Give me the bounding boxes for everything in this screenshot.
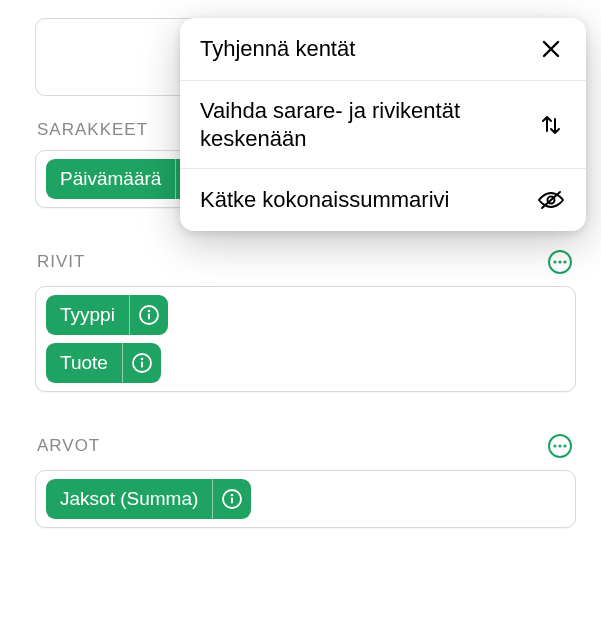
rows-field-container[interactable]: Tyyppi Tuote <box>35 286 576 392</box>
svg-rect-12 <box>141 362 143 368</box>
svg-point-18 <box>231 494 234 497</box>
info-icon[interactable] <box>213 479 251 519</box>
options-popover: Tyhjennä kentät Vaihda sarare- ja rivike… <box>180 18 586 231</box>
section-rows-title: RIVIT <box>37 252 85 272</box>
pill-label: Päivämäärä <box>46 159 175 199</box>
hide-icon <box>536 185 566 215</box>
svg-rect-9 <box>148 314 150 320</box>
close-icon <box>536 34 566 64</box>
pill-label: Tyyppi <box>46 295 129 335</box>
svg-point-11 <box>141 358 144 361</box>
pill-label: Jaksot (Summa) <box>46 479 212 519</box>
popover-item-label: Vaihda sarare- ja rivikentät keskenään <box>200 97 536 152</box>
section-values-title: ARVOT <box>37 436 100 456</box>
popover-item-label: Kätke kokonaissummarivi <box>200 186 465 214</box>
section-rows: RIVIT Tyyppi Tuote <box>35 248 576 392</box>
popover-item-label: Tyhjennä kentät <box>200 35 371 63</box>
pill-tyyppi[interactable]: Tyyppi <box>46 295 168 335</box>
svg-point-8 <box>148 310 151 313</box>
popover-swap-fields[interactable]: Vaihda sarare- ja rivikentät keskenään <box>180 81 586 169</box>
svg-point-6 <box>563 260 566 263</box>
section-columns-title: SARAKKEET <box>37 120 148 140</box>
info-icon[interactable] <box>123 343 161 383</box>
svg-point-14 <box>553 444 556 447</box>
swap-icon <box>536 110 566 140</box>
pill-tuote[interactable]: Tuote <box>46 343 161 383</box>
svg-point-5 <box>558 260 561 263</box>
section-values: ARVOT Jaksot (Summa) <box>35 432 576 528</box>
info-icon[interactable] <box>130 295 168 335</box>
pill-label: Tuote <box>46 343 122 383</box>
popover-clear-fields[interactable]: Tyhjennä kentät <box>180 18 586 81</box>
pill-jaksot-summa[interactable]: Jaksot (Summa) <box>46 479 251 519</box>
rows-more-button[interactable] <box>546 248 574 276</box>
values-field-container[interactable]: Jaksot (Summa) <box>35 470 576 528</box>
svg-rect-19 <box>231 498 233 504</box>
svg-point-15 <box>558 444 561 447</box>
popover-hide-totals[interactable]: Kätke kokonaissummarivi <box>180 169 586 231</box>
values-more-button[interactable] <box>546 432 574 460</box>
svg-point-4 <box>553 260 556 263</box>
svg-point-16 <box>563 444 566 447</box>
